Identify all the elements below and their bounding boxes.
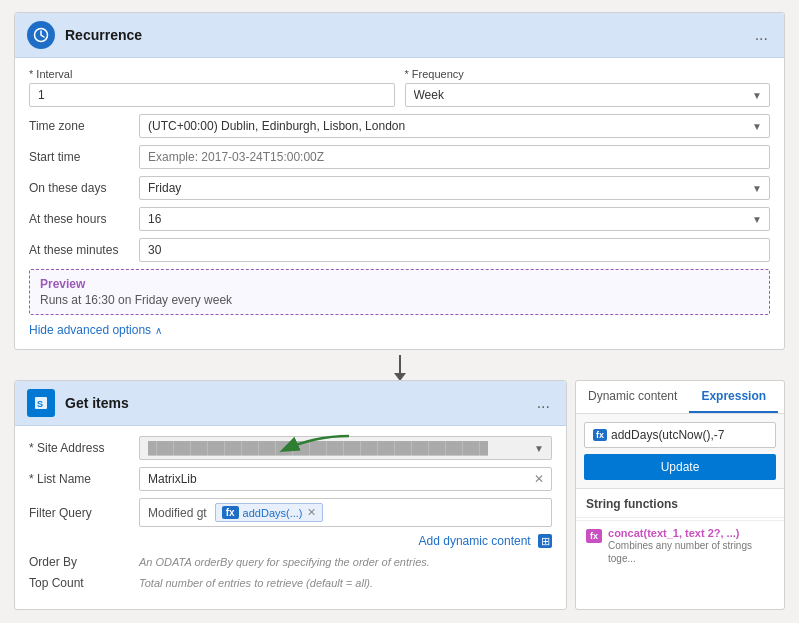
preview-title: Preview	[40, 277, 759, 291]
get-items-body: * Site Address █████████████████████████…	[15, 426, 566, 609]
at-these-minutes-label: At these minutes	[29, 243, 139, 257]
concat-fx-icon: fx	[586, 529, 602, 543]
top-count-row: Top Count Total number of entries to ret…	[29, 576, 552, 590]
expression-value-text: addDays(utcNow(),-7	[611, 428, 724, 442]
recurrence-menu-button[interactable]: ...	[751, 26, 772, 44]
filter-query-input[interactable]: Modified gt fx addDays(...) ✕	[139, 498, 552, 527]
preview-text: Runs at 16:30 on Friday every week	[40, 293, 759, 307]
green-arrow-icon	[274, 428, 354, 458]
frequency-select[interactable]: Week	[405, 83, 771, 107]
filter-token-remove-icon[interactable]: ✕	[307, 506, 316, 519]
on-these-days-label: On these days	[29, 181, 139, 195]
add-dynamic-content-row: Add dynamic content ⊞	[29, 534, 552, 548]
recurrence-card: Recurrence ... * Interval * Frequency We…	[14, 12, 785, 350]
timezone-select-wrapper: (UTC+00:00) Dublin, Edinburgh, Lisbon, L…	[139, 114, 770, 138]
timezone-row: Time zone (UTC+00:00) Dublin, Edinburgh,…	[29, 114, 770, 138]
panel-tabs: Dynamic content Expression	[576, 381, 784, 414]
on-these-days-select[interactable]: Friday	[139, 176, 770, 200]
concat-function-details: concat(text_1, text 2?, ...) Combines an…	[608, 527, 774, 565]
down-arrow-icon	[399, 355, 401, 375]
on-these-days-select-wrapper: Friday ▼	[139, 176, 770, 200]
add-dynamic-content-icon[interactable]: ⊞	[538, 534, 552, 548]
hide-advanced-button[interactable]: Hide advanced options ∧	[29, 323, 770, 337]
divider	[576, 517, 784, 518]
filter-query-label: Filter Query	[29, 506, 139, 520]
concat-function-item[interactable]: fx concat(text_1, text 2?, ...) Combines…	[576, 520, 784, 571]
list-name-input[interactable]	[139, 467, 552, 491]
start-time-row: Start time	[29, 145, 770, 169]
expression-input-area: fx addDays(utcNow(),-7 Update	[576, 414, 784, 489]
list-name-label: * List Name	[29, 472, 139, 486]
recurrence-body: * Interval * Frequency Week ▼	[15, 58, 784, 349]
top-count-placeholder: Total number of entries to retrieve (def…	[139, 577, 552, 589]
get-items-section: S Get items ... * Site Address █████████…	[14, 380, 785, 610]
preview-box: Preview Runs at 16:30 on Friday every we…	[29, 269, 770, 315]
update-button[interactable]: Update	[584, 454, 776, 480]
list-name-clear-icon[interactable]: ✕	[534, 472, 544, 486]
frequency-label: * Frequency	[405, 68, 771, 80]
on-these-days-row: On these days Friday ▼	[29, 176, 770, 200]
list-name-input-wrapper: ✕	[139, 467, 552, 491]
recurrence-title: Recurrence	[65, 27, 751, 43]
start-time-input[interactable]	[139, 145, 770, 169]
svg-text:S: S	[37, 399, 43, 409]
timezone-label: Time zone	[29, 119, 139, 133]
at-these-hours-select-wrapper: 16 ▼	[139, 207, 770, 231]
hide-advanced-label: Hide advanced options	[29, 323, 151, 337]
interval-input[interactable]	[29, 83, 395, 107]
string-functions-title: String functions	[576, 489, 784, 515]
filter-fx-icon: fx	[222, 506, 239, 519]
expression-fx-icon: fx	[593, 429, 607, 441]
list-name-row: * List Name ✕	[29, 467, 552, 491]
filter-token-value: addDays(...)	[243, 507, 303, 519]
expression-panel: Dynamic content Expression fx addDays(ut…	[575, 380, 785, 610]
expression-value-display[interactable]: fx addDays(utcNow(),-7	[584, 422, 776, 448]
get-items-menu-button[interactable]: ...	[533, 394, 554, 412]
order-by-label: Order By	[29, 555, 139, 569]
recurrence-icon	[27, 21, 55, 49]
tab-expression[interactable]: Expression	[689, 381, 778, 413]
at-these-minutes-row: At these minutes	[29, 238, 770, 262]
get-items-title: Get items	[65, 395, 533, 411]
at-these-hours-row: At these hours 16 ▼	[29, 207, 770, 231]
at-these-minutes-input[interactable]	[139, 238, 770, 262]
top-count-label: Top Count	[29, 576, 139, 590]
start-time-label: Start time	[29, 150, 139, 164]
filter-query-row: Filter Query Modified gt fx addDays(...)…	[29, 498, 552, 527]
at-these-hours-select[interactable]: 16	[139, 207, 770, 231]
filter-token[interactable]: fx addDays(...) ✕	[215, 503, 323, 522]
timezone-select[interactable]: (UTC+00:00) Dublin, Edinburgh, Lisbon, L…	[139, 114, 770, 138]
get-items-icon: S	[27, 389, 55, 417]
interval-label: * Interval	[29, 68, 395, 80]
interval-frequency-row: * Interval * Frequency Week ▼	[29, 68, 770, 107]
order-by-row: Order By An ODATA orderBy query for spec…	[29, 555, 552, 569]
site-address-label: * Site Address	[29, 441, 139, 455]
filter-query-prefix: Modified gt	[148, 506, 207, 520]
hide-advanced-chevron-icon: ∧	[155, 325, 162, 336]
frequency-select-wrapper: Week ▼	[405, 83, 771, 107]
concat-function-desc: Combines any number of strings toge...	[608, 539, 774, 565]
recurrence-header: Recurrence ...	[15, 13, 784, 58]
get-items-card: S Get items ... * Site Address █████████…	[14, 380, 567, 610]
get-items-header: S Get items ...	[15, 381, 566, 426]
tab-dynamic-content[interactable]: Dynamic content	[576, 381, 689, 413]
concat-function-name: concat(text_1, text 2?, ...)	[608, 527, 774, 539]
add-dynamic-content-link[interactable]: Add dynamic content	[419, 534, 531, 548]
order-by-placeholder: An ODATA orderBy query for specifying th…	[139, 556, 552, 568]
arrow-connector	[14, 350, 785, 380]
at-these-hours-label: At these hours	[29, 212, 139, 226]
